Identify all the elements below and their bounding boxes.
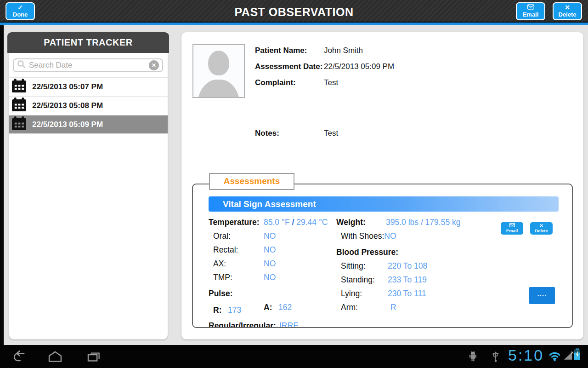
- search-input[interactable]: [28, 60, 147, 70]
- rectal-label: Rectal:: [213, 245, 238, 255]
- email-button[interactable]: Email: [516, 2, 545, 20]
- oral-value: NO: [264, 231, 276, 241]
- ax-value: NO: [264, 259, 276, 269]
- blood-pressure-label: Blood Pressure:: [336, 247, 398, 257]
- vital-sign-assessment-box: Vital Sign Assessment Temperature: 85.0 …: [192, 184, 573, 328]
- with-shoes-label: With Shoes:: [341, 231, 384, 241]
- lying-value: 230 To 111: [388, 289, 426, 299]
- sitting-label: Sitting:: [341, 261, 366, 271]
- weight-value: 395.0 lbs / 179.55 kg: [386, 218, 460, 227]
- regular-irregular-label: Regular/Irregular:: [209, 321, 276, 328]
- assessment-email-button[interactable]: Email: [501, 222, 523, 235]
- tab-assessments[interactable]: Assessments: [209, 173, 294, 190]
- list-item-date[interactable]: 22/5/2013 05:07 PM: [9, 77, 168, 96]
- pulse-a-value: 162: [278, 303, 292, 312]
- topbar-accent-line: [0, 23, 588, 25]
- assessment-date-value: 22/5/2013 05:09 PM: [324, 62, 394, 71]
- recent-apps-icon[interactable]: [84, 351, 101, 365]
- page-title: PAST OBSERVATION: [0, 6, 588, 19]
- oral-label: Oral:: [213, 231, 231, 241]
- temperature-value: 85.0 °F / 29.44 °C: [264, 218, 328, 227]
- calendar-icon: [11, 98, 27, 114]
- standing-value: 233 To 119: [388, 275, 427, 285]
- arm-label: Arm:: [341, 303, 358, 312]
- notes-value: Test: [324, 129, 338, 138]
- assessment-delete-button[interactable]: ✕ Delete: [530, 222, 553, 235]
- email-button-label: Email: [523, 11, 539, 18]
- complaint-label: Complaint:: [255, 78, 296, 87]
- patient-name-value: John Smith: [324, 46, 363, 55]
- delete-button[interactable]: ✕ Delete: [553, 2, 582, 20]
- temperature-f: 85.0 °F: [264, 218, 292, 227]
- email-icon: [517, 4, 544, 11]
- with-shoes-row: With Shoes:NO: [341, 231, 396, 241]
- cell-signal-icon: [563, 351, 574, 362]
- avatar-head: [208, 51, 229, 75]
- status-clock: 5:10: [508, 346, 544, 364]
- close-icon: ✕: [530, 223, 553, 228]
- pulse-a-label: A:: [264, 303, 272, 312]
- list-item-date-selected[interactable]: 22/5/2013 05:09 PM: [9, 115, 168, 134]
- avatar-shoulders: [198, 80, 240, 98]
- date-label: 22/5/2013 05:07 PM: [32, 82, 103, 92]
- list-item-date[interactable]: 22/5/2013 05:08 PM: [9, 96, 168, 115]
- search-icon: [17, 60, 26, 71]
- avatar: [192, 44, 245, 98]
- android-debug-icon: [468, 351, 478, 364]
- rectal-value: NO: [264, 245, 276, 255]
- left-edge-strip: [0, 25, 4, 345]
- date-label: 22/5/2013 05:08 PM: [32, 101, 103, 110]
- weight-label: Weight:: [336, 218, 366, 227]
- temperature-label: Temperature:: [209, 218, 260, 227]
- date-label: 22/5/2013 05:09 PM: [32, 120, 103, 129]
- regular-irregular-value: IRRE: [279, 321, 299, 328]
- temperature-c: 29.44 °C: [294, 218, 328, 227]
- tmp-value: NO: [264, 273, 276, 282]
- observation-date-list: 22/5/2013 05:07 PM 22/5/2013 05:08 PM 22…: [9, 77, 168, 134]
- patient-name-label: Patient Name:: [255, 46, 307, 55]
- clear-search-icon[interactable]: ✕: [149, 60, 159, 70]
- usb-icon: [492, 351, 499, 364]
- home-icon[interactable]: [46, 351, 64, 365]
- lying-label: Lying:: [341, 289, 362, 299]
- more-options-button[interactable]: ....: [529, 287, 555, 304]
- calendar-icon: [11, 79, 27, 95]
- calendar-icon: [11, 116, 27, 133]
- tmp-label: TMP:: [213, 273, 232, 282]
- back-icon[interactable]: [11, 351, 28, 365]
- standing-label: Standing:: [341, 275, 375, 285]
- with-shoes-value: NO: [384, 231, 396, 241]
- arm-value: R: [390, 303, 396, 312]
- delete-button-label: Delete: [558, 11, 576, 18]
- email-icon: [501, 223, 523, 228]
- patient-tracker-title: PATIENT TRACKER: [7, 32, 169, 53]
- close-icon: ✕: [554, 4, 581, 11]
- pulse-r-value: 173: [228, 305, 241, 315]
- assessment-email-label: Email: [506, 228, 518, 233]
- assessment-date-label: Assessment Date:: [255, 62, 322, 71]
- assessment-delete-label: Delete: [535, 228, 548, 233]
- sitting-value: 220 To 108: [388, 261, 427, 271]
- ax-label: AX:: [213, 259, 226, 269]
- notes-label: Notes:: [255, 129, 279, 138]
- wifi-icon: [548, 350, 562, 363]
- app-screen: ✓ Done PAST OBSERVATION Email ✕ Delete P…: [0, 0, 588, 368]
- battery-charging-icon: [574, 348, 581, 362]
- complaint-value: Test: [324, 78, 338, 87]
- vital-sign-section-title: Vital Sign Assessment: [209, 196, 559, 212]
- pulse-label: Pulse:: [209, 289, 233, 299]
- search-box: ✕: [13, 58, 163, 72]
- pulse-r-label: R:: [213, 305, 221, 315]
